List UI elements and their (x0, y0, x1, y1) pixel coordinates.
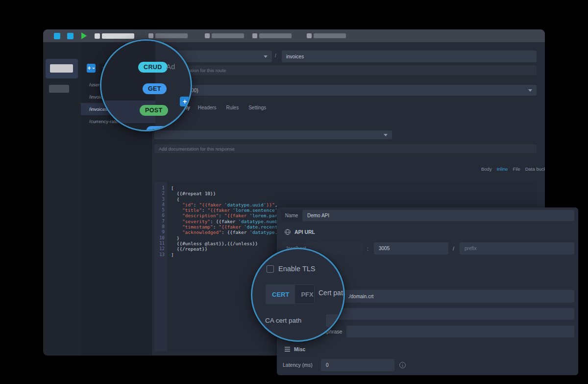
port-prefix-separator: / (453, 246, 454, 252)
body-source-label: Body (481, 166, 492, 172)
body-source-inline[interactable]: Inline (497, 166, 508, 172)
body-source-file[interactable]: File (513, 166, 520, 172)
titlebar-menu-icon-1 (148, 33, 153, 38)
globe-icon (285, 229, 291, 235)
magnifier-callout-routes: CRUD GET POST GET Ad + (100, 39, 192, 131)
tab-headers[interactable]: Headers (198, 105, 217, 110)
environment-item[interactable] (49, 85, 69, 93)
magnified-cert-path-label: Cert path (318, 289, 345, 297)
route-path-input[interactable] (282, 51, 537, 62)
route-doc-input[interactable] (154, 65, 537, 75)
titlebar-logo-block-2 (67, 33, 74, 39)
app-titlebar (43, 29, 545, 42)
plus-icon: + (87, 65, 91, 72)
magnified-get-badge: GET (143, 83, 167, 94)
response-dropdown[interactable]: Response 1 (200) (154, 85, 537, 96)
tab-rules[interactable]: Rules (226, 105, 239, 110)
titlebar-logo-block-1 (54, 33, 60, 39)
port-input[interactable] (374, 242, 448, 255)
titlebar-menu-item-1[interactable] (155, 33, 188, 38)
play-icon[interactable] (81, 32, 87, 39)
magnified-crud-badge: CRUD (138, 62, 168, 73)
environment-label-placeholder (50, 64, 73, 73)
info-icon[interactable]: i (399, 362, 406, 368)
titlebar-menu-item-3[interactable] (259, 33, 292, 38)
api-url-section-title: API URL (294, 229, 315, 235)
titlebar-menu-item-4[interactable] (314, 33, 346, 38)
magnified-post-badge: POST (140, 105, 168, 116)
magnified-enable-tls-checkbox (267, 265, 274, 273)
chevron-down-icon (528, 89, 532, 92)
magnified-doc-text-fragment: Ad (166, 62, 175, 71)
cert-path-input[interactable] (343, 290, 574, 303)
editor-gutter: 12345678910111213 (154, 182, 167, 351)
hamburger-icon (285, 349, 290, 350)
env-name-input[interactable] (302, 210, 574, 221)
status-code-dropdown[interactable] (154, 130, 392, 139)
body-source-toggle: Body Inline File Data bucket (481, 166, 545, 172)
api-url-section-header: API URL (285, 229, 315, 235)
titlebar-menu-item-2[interactable] (212, 33, 244, 38)
magnified-enable-tls-label: Enable TLS (278, 265, 316, 273)
body-source-databucket[interactable]: Data bucket (525, 166, 545, 172)
latency-label: Latency (ms) (283, 362, 313, 368)
magnified-cert-tab: CERT (266, 285, 295, 304)
add-route-button[interactable]: + (87, 64, 96, 73)
chevron-down-icon (92, 68, 95, 69)
host-port-separator: : (367, 246, 368, 252)
prefix-input[interactable] (460, 242, 574, 255)
chevron-down-icon (264, 55, 268, 58)
magnifier-callout-tls: Enable TLS CERT PFX Cert path CA cert pa… (251, 248, 345, 342)
response-doc-input[interactable] (154, 144, 537, 153)
magnified-pfx-tab: PFX (295, 285, 315, 304)
latency-input[interactable] (321, 359, 394, 371)
environments-sidebar (43, 42, 81, 356)
titlebar-active-menu-label[interactable] (102, 33, 134, 39)
magnified-ca-cert-label: CA cert path (265, 317, 301, 324)
chevron-down-icon (384, 134, 388, 136)
magnified-cert-type-toggle: CERT PFX (266, 284, 315, 304)
misc-section-title: Misc (294, 346, 305, 352)
titlebar-menu-icon-4 (307, 33, 312, 38)
environment-item-active[interactable] (46, 59, 78, 78)
tab-settings[interactable]: Settings (248, 105, 266, 110)
screenshot-stage: + /users CRUD /invoices GET /invoices PO… (0, 0, 588, 384)
titlebar-active-menu-icon (95, 33, 100, 39)
ca-cert-path-input[interactable] (318, 308, 574, 320)
misc-section-header: Misc (285, 346, 305, 352)
titlebar-menu-icon-3 (252, 33, 257, 38)
titlebar-menu-icon-2 (205, 33, 210, 38)
path-slash: / (275, 53, 276, 58)
passphrase-input[interactable] (346, 326, 574, 337)
env-name-label: Name (281, 210, 302, 221)
